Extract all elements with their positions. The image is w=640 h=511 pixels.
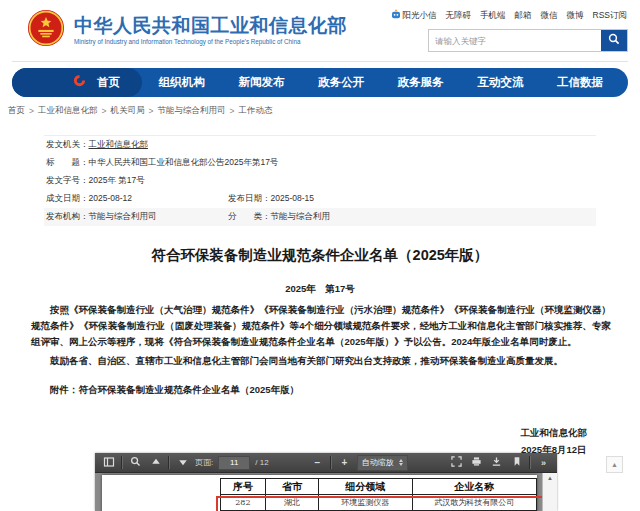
meta-label: 发布机构：: [46, 211, 89, 223]
meta-value-issuer-link[interactable]: 工业和信息化部: [89, 139, 149, 151]
cell-company: 武汉敢为科技有限公司: [412, 495, 536, 511]
signer: 工业和信息化部: [521, 424, 588, 441]
breadcrumb-energy-dept[interactable]: 节能与综合利用司: [157, 105, 225, 117]
download-button[interactable]: [489, 455, 504, 471]
presentation-mode-button[interactable]: [449, 455, 464, 471]
site-title: 中华人民共和国工业和信息化部: [74, 15, 347, 37]
robot-icon: [391, 9, 401, 22]
quick-link-weibo[interactable]: 微博: [567, 10, 584, 22]
toolbar-separator: [168, 456, 170, 469]
meta-label: 分 类：: [228, 211, 271, 223]
pdf-toolbar: 页面: / 12 − + 自动缩放: [95, 453, 557, 473]
quick-links: 阳光小信 无障碍 手机端 邮箱 微信 微博 RSS订阅: [391, 9, 627, 22]
quick-link-mobile[interactable]: 手机端: [480, 10, 506, 22]
find-icon: [130, 456, 141, 469]
article-paragraph-1: 按照《环保装备制造行业（大气治理）规范条件》《环保装备制造行业（污水治理）规范条…: [31, 302, 611, 350]
find-button[interactable]: [128, 455, 143, 471]
meta-label: 发文机关：: [46, 139, 89, 151]
page: 阳光小信 无障碍 手机端 邮箱 微信 微博 RSS订阅 中华人民共和国工业和信息…: [0, 0, 640, 511]
meta-row-dates: 成文日期： 2025-08-12 发布日期： 2025-08-15: [44, 190, 596, 208]
zoom-mode-select[interactable]: 自动缩放: [357, 455, 408, 471]
meta-value-publish-date: 2025-08-15: [271, 193, 314, 205]
company-table: 序号 省市 细分领域 企业名称 282 湖北 环境监测仪器 武汉敢为科技有限公司: [220, 478, 537, 511]
breadcrumb-departments[interactable]: 机关司局: [110, 105, 144, 117]
col-serial: 序号: [221, 479, 266, 495]
nav-item-news[interactable]: 新闻发布: [238, 75, 284, 90]
arrow-up-icon: [151, 457, 161, 469]
toolbar-separator: [529, 456, 531, 469]
breadcrumb-separator: >: [229, 106, 234, 116]
nav-item-home-label[interactable]: 首页: [97, 75, 120, 90]
sidebar-toggle-button[interactable]: [101, 455, 116, 471]
zoom-out-button[interactable]: −: [310, 455, 325, 471]
breadcrumb-work-updates[interactable]: 工作动态: [238, 105, 272, 117]
header-divider: [12, 61, 628, 62]
quick-link-mail[interactable]: 邮箱: [515, 10, 532, 22]
page-number-input[interactable]: [218, 456, 250, 470]
toolbar-separator: [330, 456, 332, 469]
col-segment: 细分领域: [319, 479, 413, 495]
meta-value-publish-org: 节能与综合利用司: [89, 211, 157, 223]
nav-item-interaction[interactable]: 互动交流: [477, 75, 523, 90]
main-nav: 首页 组织机构 新闻发布 政务公开 政务服务 互动交流 工信数据: [12, 68, 628, 97]
back-to-top-button[interactable]: ▲: [606, 456, 623, 473]
col-company: 企业名称: [412, 479, 536, 495]
quick-link-wechat[interactable]: 微信: [541, 10, 558, 22]
pdf-scrollbar[interactable]: ▲: [542, 473, 557, 511]
article-title: 符合环保装备制造业规范条件企业名单（2025年版）: [0, 246, 640, 265]
miit-logo-icon: [72, 73, 87, 92]
page-label: 页面:: [195, 457, 213, 468]
page-total: / 12: [255, 458, 268, 467]
toolbar-more-button[interactable]: »: [536, 455, 551, 471]
table-header-row: 序号 省市 细分领域 企业名称: [221, 479, 537, 495]
doc-meta: 发文机关： 工业和信息化部 标 题： 中华人民共和国工业和信息化部公告2025年…: [44, 135, 596, 226]
zoom-in-button[interactable]: +: [337, 455, 352, 471]
meta-row-org: 发布机构： 节能与综合利用司 分 类： 节能与综合利用: [44, 208, 596, 226]
meta-value-title: 中华人民共和国工业和信息化部公告2025年第17号: [89, 157, 279, 169]
meta-label: 发文字号：: [46, 175, 89, 187]
nav-item-gov-services[interactable]: 政务服务: [398, 75, 444, 90]
breadcrumb: 首页 > 工业和信息化部 > 机关司局 > 节能与综合利用司 > 工作动态: [8, 105, 272, 117]
page-up-button[interactable]: [148, 455, 163, 471]
page-down-button[interactable]: [175, 455, 190, 471]
pdf-viewer: 页面: / 12 − + 自动缩放: [95, 453, 557, 511]
quick-link-accessibility[interactable]: 无障碍: [446, 10, 472, 22]
meta-row-title: 标 题： 中华人民共和国工业和信息化部公告2025年第17号: [44, 154, 596, 172]
attachment-link[interactable]: 附件：符合环保装备制造业规范条件企业名单（2025年版）: [31, 382, 611, 398]
pdf-page: 序号 省市 细分领域 企业名称 282 湖北 环境监测仪器 武汉敢为科技有限公司: [102, 475, 537, 511]
meta-label: 成文日期：: [46, 193, 89, 205]
scroll-up-icon[interactable]: ▲: [543, 473, 557, 483]
article-body: 按照《环保装备制造行业（大气治理）规范条件》《环保装备制造行业（污水治理）规范条…: [31, 302, 611, 398]
cell-segment: 环境监测仪器: [319, 495, 413, 511]
nav-item-data[interactable]: 工信数据: [557, 75, 603, 90]
col-province: 省市: [265, 479, 318, 495]
quick-link-rss[interactable]: RSS订阅: [593, 10, 627, 22]
nav-items: 组织机构 新闻发布 政务公开 政务服务 互动交流 工信数据: [142, 75, 628, 90]
nav-item-home[interactable]: 首页: [12, 68, 142, 97]
brand-text: 中华人民共和国工业和信息化部 Ministry of Industry and …: [74, 15, 347, 46]
search-button[interactable]: [601, 30, 627, 51]
meta-row-issuer: 发文机关： 工业和信息化部: [44, 136, 596, 154]
nav-item-organization[interactable]: 组织机构: [159, 75, 205, 90]
cell-serial: 282: [221, 495, 266, 511]
select-spinner-icon: [399, 459, 403, 466]
meta-label: 发布日期：: [228, 193, 271, 205]
brand: 中华人民共和国工业和信息化部 Ministry of Industry and …: [27, 9, 347, 51]
printer-icon: [471, 456, 482, 469]
article-paragraph-2: 鼓励各省、自治区、直辖市工业和信息化主管部门会同当地有关部门研究出台支持政策，推…: [31, 353, 611, 369]
meta-row-doc-number: 发文字号： 2025年 第17号: [44, 172, 596, 190]
meta-value-written-date: 2025-08-12: [89, 193, 132, 205]
nav-item-gov-info[interactable]: 政务公开: [318, 75, 364, 90]
breadcrumb-home[interactable]: 首页: [8, 105, 25, 117]
bookmark-icon: [512, 456, 522, 469]
breadcrumb-miit[interactable]: 工业和信息化部: [38, 105, 98, 117]
zoom-mode-value: 自动缩放: [362, 457, 394, 468]
bookmark-button[interactable]: [509, 455, 524, 471]
breadcrumb-separator: >: [29, 106, 34, 116]
print-button[interactable]: [469, 455, 484, 471]
quick-link-sunshine[interactable]: 阳光小信: [391, 9, 437, 22]
quick-link-label: 阳光小信: [403, 10, 437, 22]
search-box: [428, 29, 628, 52]
search-input[interactable]: [429, 30, 601, 51]
meta-value-category: 节能与综合利用: [271, 211, 331, 223]
